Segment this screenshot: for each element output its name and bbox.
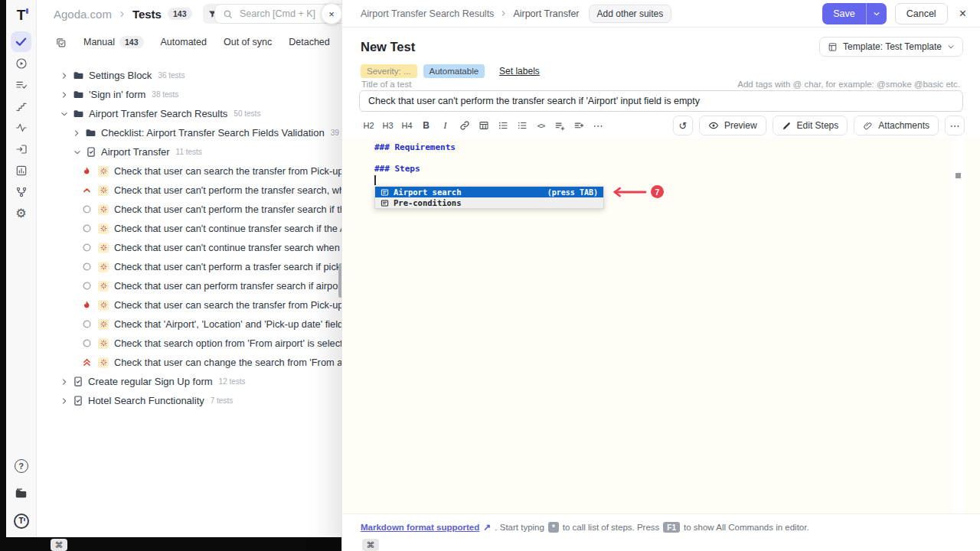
import-box-icon (15, 143, 28, 155)
code-button[interactable]: <> (533, 117, 549, 134)
expander-icon[interactable] (60, 378, 68, 386)
severity-icon (81, 204, 93, 215)
tab[interactable]: Manual 143 (83, 36, 144, 48)
heading4-button[interactable]: H4 (399, 117, 415, 134)
add-other-suites-button[interactable]: Add other suites (589, 5, 672, 23)
sidebar-item-plans[interactable] (11, 74, 31, 95)
markdown-help-link[interactable]: Markdown format supported (361, 523, 479, 532)
save-options-button[interactable] (866, 3, 887, 24)
attachments-button[interactable]: Attachments (854, 116, 939, 135)
about-button[interactable]: T (11, 510, 31, 531)
link-button[interactable] (456, 117, 472, 134)
automatable-badge[interactable]: Automatable (423, 64, 485, 78)
tab-label: Automated (161, 37, 207, 47)
autocomplete-label: Airport search (394, 187, 462, 197)
heading3-button[interactable]: H3 (380, 117, 396, 134)
f1-key-badge: F1 (663, 522, 680, 533)
select-all-icon (55, 37, 67, 48)
preview-button[interactable]: Preview (699, 116, 766, 135)
test-title: Check that 'Airport', 'Location' and 'Pi… (114, 318, 341, 330)
tab[interactable]: Automated (161, 37, 207, 47)
heading2-button[interactable]: H2 (361, 117, 377, 134)
sidebar-item-settings[interactable]: ⚙ (11, 203, 31, 223)
breadcrumb-project[interactable]: Agoda.com (54, 8, 112, 21)
more-formats-button[interactable]: ⋯ (590, 117, 606, 134)
suite-test-count: 36 tests (158, 71, 185, 80)
test-row[interactable]: Check that user can't continue transfer … (37, 238, 341, 257)
sidebar-item-analytics[interactable] (11, 117, 31, 138)
list-plus-icon (554, 120, 566, 132)
bullet-list-button[interactable] (514, 117, 530, 134)
table-button[interactable] (475, 117, 492, 134)
editor-scrollbar[interactable] (956, 173, 961, 178)
expander-icon[interactable] (60, 72, 68, 80)
history-button[interactable]: ↺ (673, 116, 693, 135)
template-label: Template: Test Template (843, 41, 942, 52)
severity-icon (81, 261, 93, 272)
suite-label: Checklist: Airport Transfer Search Field… (101, 127, 325, 139)
test-row[interactable]: Check that user can search the transfer … (37, 161, 341, 181)
test-row[interactable]: Check that user can perform transfer sea… (37, 276, 341, 295)
test-title-input[interactable] (359, 90, 963, 112)
tests-count-badge: 143 (168, 8, 192, 20)
sidebar-item-imports[interactable] (11, 139, 31, 159)
suite-row[interactable]: Settings Block 36 tests (37, 66, 341, 85)
suite-row[interactable]: Airport Transfer Search Results 50 tests (37, 104, 341, 123)
breadcrumb-suite[interactable]: Airport Transfer Search Results (361, 8, 494, 19)
template-selector[interactable]: Template: Test Template (819, 37, 963, 57)
tab[interactable]: Out of sync (224, 37, 272, 47)
test-row[interactable]: Check that user can't perform the transf… (37, 181, 341, 200)
autocomplete-menu: Airport search (press TAB) Pre-condition… (374, 186, 604, 209)
breadcrumb-subsuite[interactable]: Airport Transfer (513, 8, 579, 19)
ordered-list-button[interactable] (495, 117, 511, 134)
manual-test-icon (98, 223, 109, 234)
autocomplete-option[interactable]: Pre-conditions (375, 197, 603, 208)
expander-icon[interactable] (73, 129, 80, 137)
suite-row[interactable]: Hotel Search Functionality 7 tests (37, 391, 341, 410)
set-labels-link[interactable]: Set labels (499, 66, 540, 77)
sidebar-item-reports[interactable] (11, 160, 31, 181)
test-row[interactable]: Check that 'Airport', 'Location' and 'Pi… (37, 315, 341, 334)
severity-badge[interactable]: Severity: ... (361, 64, 417, 78)
help-button[interactable]: ? (11, 455, 31, 476)
sidebar-item-steps[interactable] (11, 96, 31, 116)
logo-accent (26, 8, 28, 14)
test-row[interactable]: Check that search option from 'From airp… (37, 334, 341, 353)
expander-icon[interactable] (60, 397, 68, 405)
test-row[interactable]: Check that user can search the transfer … (37, 295, 341, 315)
expander-icon[interactable] (60, 91, 68, 99)
more-actions-button[interactable]: ⋯ (945, 116, 965, 135)
edit-steps-button[interactable]: Edit Steps (773, 116, 848, 135)
test-row[interactable]: Check that user can't perform the transf… (37, 200, 341, 219)
suite-row[interactable]: 'Sign in' form 38 tests (37, 85, 341, 104)
insert-steps-list-button[interactable] (552, 117, 568, 134)
bold-button[interactable]: B (418, 117, 434, 134)
docs-button[interactable] (11, 483, 31, 504)
test-title: Check that user can perform transfer sea… (114, 280, 341, 292)
sidebar-item-tests[interactable] (11, 31, 31, 52)
test-row[interactable]: Check that user can't continue transfer … (37, 219, 341, 238)
cancel-button[interactable]: Cancel (895, 3, 948, 24)
autocomplete-option[interactable]: Airport search (press TAB) (375, 187, 603, 197)
expander-icon[interactable] (60, 110, 68, 118)
tab[interactable]: Detached (289, 37, 330, 47)
sidebar-item-branches[interactable] (11, 181, 31, 202)
suite-row[interactable]: Airport Transfer 11 tests (37, 142, 341, 161)
severity-icon (81, 337, 93, 349)
severity-icon (81, 165, 93, 177)
expander-icon[interactable] (73, 148, 81, 156)
test-row[interactable]: Check that user can change the search fr… (37, 353, 341, 372)
insert-snippet-list-button[interactable] (571, 117, 587, 134)
sidebar-item-runs[interactable] (11, 53, 31, 73)
autocomplete-label: Pre-conditions (394, 198, 462, 207)
suite-row[interactable]: Create regular Sign Up form 12 tests (37, 372, 341, 391)
save-button[interactable]: Save (822, 3, 866, 24)
suite-row[interactable]: Checklist: Airport Transfer Search Field… (37, 123, 341, 142)
markdown-editor[interactable]: ### Requirements ### Steps Airport searc… (343, 138, 980, 514)
test-row[interactable]: Check that user can't perform a trasfer … (37, 257, 341, 276)
panel-close-button[interactable]: × (321, 3, 341, 24)
italic-button[interactable]: I (437, 117, 453, 134)
select-all-button[interactable] (55, 37, 67, 48)
close-drawer-button[interactable]: × (956, 7, 969, 21)
attachments-label: Attachments (878, 120, 929, 131)
